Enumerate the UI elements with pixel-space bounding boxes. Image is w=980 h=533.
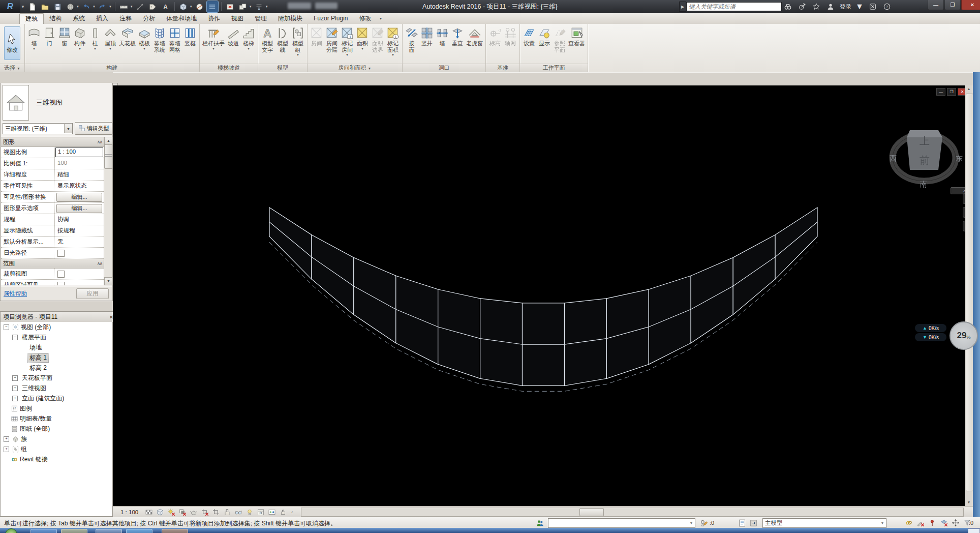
- tab-视图[interactable]: 视图: [226, 13, 249, 24]
- ribbon-button-构件[interactable]: 构件▼: [73, 25, 87, 50]
- editable-only-icon[interactable]: [698, 518, 709, 527]
- drag-on-selection-icon[interactable]: [951, 518, 961, 527]
- help-icon[interactable]: ?: [882, 2, 892, 12]
- transfer-icon[interactable]: [65, 1, 76, 12]
- chevron-down-icon[interactable]: ▼: [109, 5, 112, 8]
- scrollbar-thumb[interactable]: [104, 144, 113, 169]
- temporary-view-properties-icon[interactable]: [256, 508, 266, 517]
- tab-协作[interactable]: 协作: [202, 13, 226, 24]
- tab-管理[interactable]: 管理: [249, 13, 272, 24]
- view-restore-button[interactable]: ❐: [947, 88, 956, 96]
- viewcube-west-label[interactable]: 西: [890, 154, 897, 162]
- tree-item-场地[interactable]: 场地: [1, 342, 112, 352]
- tree-item-组[interactable]: +组: [1, 444, 112, 454]
- aligned-dimension-icon[interactable]: [135, 1, 146, 12]
- vertical-scrollbar[interactable]: ▲ ▼: [965, 85, 973, 506]
- new-document-icon[interactable]: [26, 1, 38, 12]
- ribbon-button-墙[interactable]: 墙: [435, 25, 449, 47]
- reveal-constraints-icon[interactable]: [278, 508, 288, 517]
- ribbon-button-门[interactable]: 门: [42, 25, 56, 47]
- select-pinned-icon[interactable]: [927, 518, 937, 527]
- ribbon-button-幕墙网格[interactable]: 幕墙网格: [168, 25, 182, 53]
- tree-expander-minus[interactable]: −: [4, 324, 9, 330]
- tree-item-族[interactable]: +族: [1, 434, 112, 444]
- tree-item-标高 2[interactable]: 标高 2: [1, 363, 112, 373]
- percent-badge-overlay[interactable]: 29%: [950, 321, 978, 350]
- scroll-down-icon[interactable]: ▼: [965, 499, 972, 506]
- worksets-icon[interactable]: [535, 518, 545, 527]
- show-rendering-dialog-icon[interactable]: [189, 508, 199, 517]
- chevron-down-icon[interactable]: ▼: [249, 5, 252, 8]
- taskbar-app-5[interactable]: [162, 529, 188, 533]
- tab-体量和场地[interactable]: 体量和场地: [161, 13, 202, 24]
- signin-label[interactable]: 登录: [840, 3, 851, 11]
- tree-expander-plus[interactable]: +: [12, 375, 18, 381]
- tab-分析[interactable]: 分析: [137, 13, 161, 24]
- property-group-范围[interactable]: 范围∧∧: [1, 259, 104, 269]
- panel-label-洞口[interactable]: 洞口: [403, 64, 485, 72]
- taskbar-tray[interactable]: [968, 528, 980, 533]
- collapse-arrow-icon[interactable]: ‹: [288, 510, 296, 515]
- ribbon-button-按面[interactable]: 按面: [405, 25, 419, 53]
- windows-taskbar[interactable]: [0, 528, 980, 533]
- view-close-button[interactable]: ✕: [958, 88, 965, 96]
- chevron-down-icon[interactable]: ▼: [76, 5, 79, 8]
- tree-item-立面 (建筑立面)[interactable]: +立面 (建筑立面): [1, 393, 112, 403]
- property-edit-button[interactable]: 编辑...: [56, 204, 102, 213]
- shadows-off-icon[interactable]: [177, 508, 188, 517]
- ribbon-button-楼梯[interactable]: 楼梯▼: [241, 25, 256, 50]
- active-workset-combo[interactable]: ▼: [548, 518, 695, 528]
- tree-expander-plus[interactable]: +: [4, 436, 9, 442]
- ribbon-button-显示[interactable]: 显示: [537, 25, 552, 47]
- curtain-wall-model[interactable]: [269, 208, 817, 391]
- exchange-apps-icon[interactable]: [868, 2, 878, 12]
- tree-item-标高 1[interactable]: 标高 1: [1, 352, 112, 363]
- property-value[interactable]: 按规程: [55, 225, 104, 236]
- tree-expander-plus[interactable]: +: [12, 386, 18, 391]
- scroll-up-icon[interactable]: ▲: [104, 137, 113, 145]
- switch-windows-icon[interactable]: [237, 1, 249, 12]
- text-icon[interactable]: A: [160, 1, 171, 12]
- close-hidden-windows-icon[interactable]: [225, 1, 236, 12]
- horizontal-scrollbar[interactable]: [301, 508, 964, 517]
- panel-label-构建[interactable]: 构建: [25, 64, 199, 72]
- viewcube-south-label[interactable]: 南: [920, 180, 927, 188]
- ribbon-button-柱[interactable]: 柱▼: [88, 25, 102, 50]
- ribbon-button-墙[interactable]: 墙▼: [27, 25, 41, 50]
- tree-item-视图 (全部)[interactable]: −视图 (全部): [1, 322, 112, 332]
- ribbon-button-模型文字[interactable]: A模型文字: [260, 25, 274, 53]
- ribbon-button-竖井[interactable]: 竖井: [420, 25, 434, 47]
- properties-scrollbar[interactable]: ▲ ▼: [104, 137, 112, 285]
- project-browser-header[interactable]: 项目浏览器 - 项目11✕: [0, 311, 118, 323]
- ribbon-button-坡道[interactable]: 坡道: [226, 25, 240, 47]
- scrollbar-thumb[interactable]: [966, 94, 973, 491]
- search-binoculars-icon[interactable]: [783, 2, 793, 12]
- panel-label-基准[interactable]: 基准: [486, 64, 519, 72]
- save-icon[interactable]: [52, 1, 63, 12]
- ribbon-button-面积[interactable]: 面积▼: [355, 25, 370, 50]
- tab-修改[interactable]: 修改: [353, 13, 377, 24]
- ribbon-button-老虎窗[interactable]: 老虎窗: [466, 25, 483, 47]
- ribbon-button-模型组[interactable]: 模型组▼: [291, 25, 305, 56]
- property-checkbox[interactable]: [57, 250, 65, 257]
- minimize-button[interactable]: —: [928, 0, 944, 10]
- view-cube[interactable]: 上前西东南: [885, 119, 965, 190]
- panel-label-select[interactable]: 选择 ▼: [0, 64, 24, 72]
- start-orb[interactable]: [5, 528, 17, 533]
- apply-button[interactable]: 应用: [76, 288, 109, 299]
- property-group-图形[interactable]: 图形∧∧: [1, 137, 104, 147]
- communication-center-icon[interactable]: [797, 2, 807, 12]
- ribbon-button-标记房间[interactable]: 1标记房间▼: [340, 25, 354, 56]
- taskbar-app-1[interactable]: [30, 529, 57, 533]
- undo-icon[interactable]: [81, 1, 92, 12]
- ribbon-button-幕墙系统[interactable]: 幕墙系统: [152, 25, 167, 53]
- tree-item-明细表/数量[interactable]: 明细表/数量: [1, 413, 112, 424]
- taskbar-app-3[interactable]: [96, 529, 122, 533]
- panel-label-楼梯坡道[interactable]: 楼梯坡道: [200, 64, 258, 72]
- ribbon-button-竖梃[interactable]: 竖梃: [183, 25, 197, 47]
- property-checkbox[interactable]: [57, 271, 65, 278]
- design-options-icon[interactable]: [737, 518, 747, 527]
- panel-label-模型[interactable]: 模型: [258, 64, 307, 72]
- panel-label-房间和面积[interactable]: 房间和面积 ▼: [308, 64, 402, 72]
- viewcube-east-label[interactable]: 东: [956, 154, 963, 162]
